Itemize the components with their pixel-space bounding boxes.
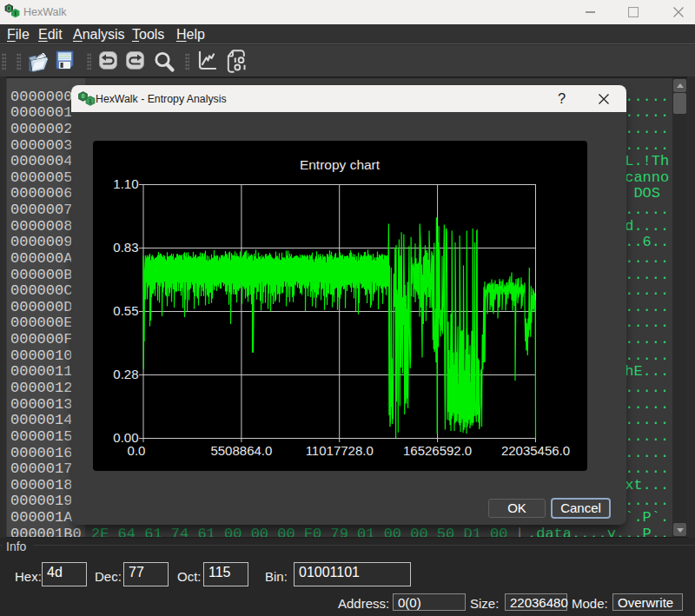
svg-text:1.10: 1.10 — [113, 176, 138, 191]
svg-text:0.55: 0.55 — [113, 303, 138, 318]
svg-text:5508864.0: 5508864.0 — [210, 443, 272, 458]
svg-text:Entropy chart: Entropy chart — [300, 157, 381, 172]
svg-text:0.0: 0.0 — [128, 443, 146, 458]
svg-text:0: 0 — [82, 94, 85, 100]
svg-text:1: 1 — [89, 98, 92, 104]
svg-text:22035456.0: 22035456.0 — [501, 443, 570, 458]
svg-text:11017728.0: 11017728.0 — [306, 443, 374, 458]
svg-text:0.83: 0.83 — [113, 240, 138, 255]
svg-text:16526592.0: 16526592.0 — [403, 443, 472, 458]
svg-text:0.28: 0.28 — [113, 367, 138, 381]
